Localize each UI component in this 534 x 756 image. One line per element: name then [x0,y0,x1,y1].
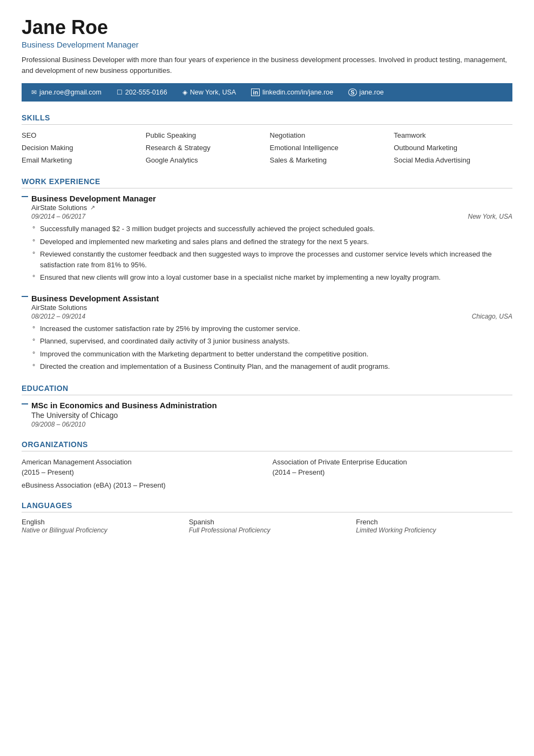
org-name-2: Association of Private Enterprise Educat… [273,458,407,466]
location-1: New York, USA [468,213,512,220]
contact-location: ◈ New York, USA [182,89,236,96]
edu-school-1: The University of Chicago [31,411,512,420]
skype-value: jane.roe [360,89,384,96]
linkedin-icon: in [251,89,260,96]
date-range-1: 09/2014 – 06/2017 [31,213,85,220]
skill-seo: SEO [22,130,140,140]
edu-degree-1: MSc in Economics and Business Administra… [31,401,512,410]
lang-level-spanish: Full Professional Proficiency [189,526,346,534]
skill-google-analytics: Google Analytics [146,155,265,165]
candidate-name: Jane Roe [22,16,512,39]
location-icon: ◈ [182,89,187,96]
company-name-2: AirState Solutions [31,303,87,312]
skill-decision-making: Decision Making [22,143,140,153]
skill-emotional-intelligence: Emotional Intelligence [270,143,389,153]
lang-name-english: English [22,518,178,526]
skills-grid: SEO Public Speaking Negotiation Teamwork… [22,130,512,165]
org-single: eBusiness Association (eBA) (2013 – Pres… [22,481,512,489]
skills-section-title: SKILLS [22,113,512,125]
org-name-1: American Management Association [22,458,132,466]
location-2: Chicago, USA [472,313,512,320]
lang-level-french: Limited Working Proficiency [356,526,512,534]
skill-social-media-advertising: Social Media Advertising [394,155,512,165]
bullet-2-1: Increased the customer satisfaction rate… [31,323,512,334]
work-experience-section-title: WORK EXPERIENCE [22,177,512,188]
bullet-1-3: Reviewed constantly the customer feedbac… [31,249,512,270]
skill-negotiation: Negotiation [270,130,389,140]
lang-level-english: Native or Bilingual Proficiency [22,526,178,534]
email-icon: ✉ [31,89,37,96]
job-title-2: Business Development Assistant [31,294,512,303]
bullets-2: Increased the customer satisfaction rate… [31,323,512,372]
candidate-summary: Professional Business Developer with mor… [22,55,508,76]
skill-research-strategy: Research & Strategy [146,143,265,153]
languages-section-title: LANGUAGES [22,501,512,512]
skill-email-marketing: Email Marketing [22,155,140,165]
date-location-row-1: 09/2014 – 06/2017 New York, USA [31,213,512,220]
skill-outbound-marketing: Outbound Marketing [394,143,512,153]
skill-teamwork: Teamwork [394,130,512,140]
lang-item-spanish: Spanish Full Professional Proficiency [189,518,346,534]
lang-item-french: French Limited Working Proficiency [356,518,512,534]
org-years-1: (2015 – Present) [22,468,74,476]
org-item-2: Association of Private Enterprise Educat… [273,457,513,478]
company-line-2: AirState Solutions [31,303,512,312]
bullet-1-2: Developed and implemented new marketing … [31,237,512,247]
contact-bar: ✉ jane.roe@gmail.com ☐ 202-555-0166 ◈ Ne… [22,83,512,102]
candidate-title: Business Development Manager [22,40,512,49]
phone-icon: ☐ [117,89,123,96]
work-entry-2: Business Development Assistant AirState … [22,294,512,372]
org-grid: American Management Association (2015 – … [22,457,512,478]
location-value: New York, USA [190,89,236,96]
skill-public-speaking: Public Speaking [146,130,265,140]
bullet-1-1: Successfully managed $2 - 3 million budg… [31,224,512,234]
edu-date-1: 09/2008 – 06/2010 [31,421,512,428]
bullet-2-2: Planned, supervised, and coordinated dai… [31,336,512,347]
linkedin-value: linkedin.com/in/jane.roe [262,89,333,96]
lang-item-english: English Native or Bilingual Proficiency [22,518,178,534]
email-value: jane.roe@gmail.com [39,89,102,96]
education-section-title: EDUCATION [22,384,512,395]
bullets-1: Successfully managed $2 - 3 million budg… [31,224,512,283]
date-range-2: 08/2012 – 09/2014 [31,313,85,320]
contact-linkedin: in linkedin.com/in/jane.roe [251,89,333,96]
job-title-1: Business Development Manager [31,194,512,203]
phone-value: 202-555-0166 [125,89,167,96]
lang-name-french: French [356,518,512,526]
org-item-1: American Management Association (2015 – … [22,457,262,478]
work-entry-1: Business Development Manager AirState So… [22,194,512,283]
skype-icon: S [348,89,356,96]
org-years-2: (2014 – Present) [273,468,325,476]
edu-entry-1: MSc in Economics and Business Administra… [22,401,512,428]
contact-email: ✉ jane.roe@gmail.com [31,89,102,96]
lang-name-spanish: Spanish [189,518,346,526]
organizations-section-title: ORGANIZATIONS [22,440,512,451]
bullet-1-4: Ensured that new clients will grow into … [31,272,512,283]
company-line-1: AirState Solutions ↗ [31,204,512,212]
skill-sales-marketing: Sales & Marketing [270,155,389,165]
lang-grid: English Native or Bilingual Proficiency … [22,518,512,534]
contact-phone: ☐ 202-555-0166 [117,89,167,96]
contact-skype: S jane.roe [348,89,384,96]
company-name-1: AirState Solutions [31,204,87,212]
date-location-row-2: 08/2012 – 09/2014 Chicago, USA [31,313,512,320]
external-link-icon-1: ↗ [90,204,95,211]
bullet-2-4: Directed the creation and implementation… [31,361,512,372]
bullet-2-3: Improved the communication with the Mark… [31,349,512,360]
